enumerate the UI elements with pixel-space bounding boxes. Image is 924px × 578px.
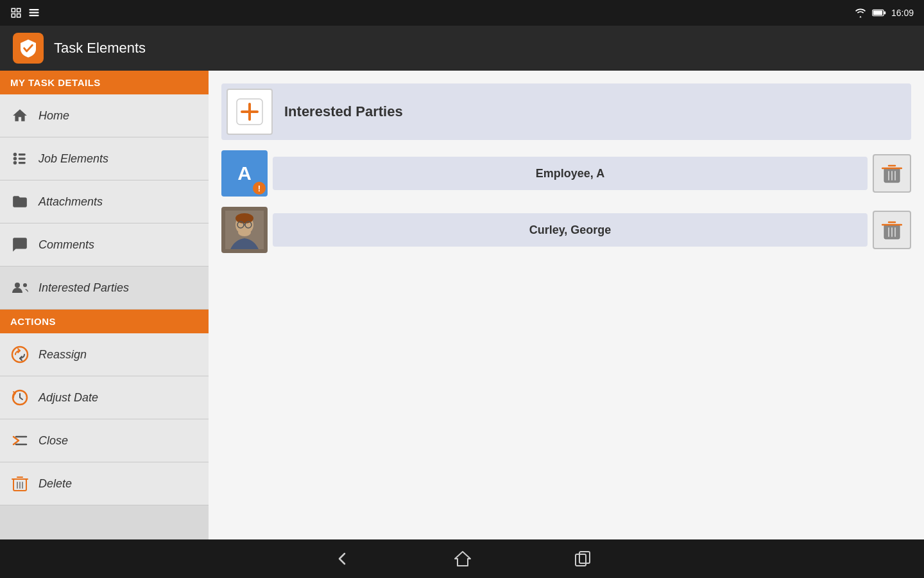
svg-point-10 [13, 153, 17, 156]
sidebar-item-job-elements[interactable]: Job Elements [0, 137, 209, 180]
svg-point-37 [235, 213, 253, 223]
svg-point-16 [15, 283, 20, 288]
svg-rect-15 [19, 162, 26, 164]
svg-rect-13 [19, 153, 26, 155]
sidebar-item-attachments[interactable]: Attachments [0, 180, 209, 223]
screenshot-icon [10, 7, 22, 19]
content-area: Interested Parties A ! Employee, A [209, 71, 924, 539]
sidebar-item-attachments-label: Attachments [38, 195, 103, 209]
sidebar-item-interested-parties[interactable]: Interested Parties [0, 267, 209, 310]
status-bar-right: 16:09 [854, 8, 914, 18]
sidebar-item-close-label: Close [38, 434, 68, 448]
app-logo-icon [18, 38, 38, 58]
status-bar-left [10, 7, 40, 19]
svg-rect-4 [30, 9, 39, 10]
svg-point-18 [12, 347, 28, 362]
svg-point-11 [13, 157, 17, 160]
party-row-2: Curley, George [221, 207, 911, 253]
sidebar-item-adjust-date-label: Adjust Date [38, 391, 98, 405]
svg-rect-3 [17, 14, 21, 17]
sidebar-item-home-label: Home [38, 109, 69, 123]
sidebar-item-close[interactable]: Close [0, 419, 209, 462]
party-name-2: Curley, George [529, 223, 612, 237]
avatar-badge-1: ! [253, 182, 266, 195]
sidebar-item-delete-label: Delete [38, 477, 72, 491]
adjust-date-icon [10, 388, 30, 407]
attachments-icon [10, 192, 30, 211]
sidebar-item-comments[interactable]: Comments [0, 223, 209, 267]
svg-point-17 [23, 283, 27, 287]
party-name-bar-1[interactable]: Employee, A [273, 157, 868, 190]
home-nav-icon [454, 550, 472, 568]
status-bar: 16:09 [0, 0, 924, 26]
sidebar-item-home[interactable]: Home [0, 94, 209, 137]
svg-rect-48 [576, 554, 586, 566]
svg-rect-1 [17, 8, 21, 12]
party-name-bar-2[interactable]: Curley, George [273, 213, 868, 247]
sidebar-item-comments-label: Comments [38, 238, 94, 252]
main-layout: MY TASK DETAILS Home [0, 71, 924, 539]
bottom-nav [0, 539, 924, 578]
svg-rect-9 [873, 10, 882, 15]
party-avatar-1: A ! [221, 150, 268, 197]
svg-rect-14 [19, 157, 26, 159]
recents-icon [574, 550, 591, 567]
sidebar-item-reassign[interactable]: Reassign [0, 333, 209, 376]
svg-rect-2 [12, 14, 15, 17]
party-delete-btn-2[interactable] [873, 211, 911, 249]
svg-rect-5 [30, 12, 39, 13]
wifi-icon [854, 8, 867, 18]
interested-parties-header-row: Interested Parties [221, 83, 911, 140]
svg-point-38 [238, 229, 251, 236]
svg-rect-49 [579, 552, 590, 563]
sidebar: MY TASK DETAILS Home [0, 71, 209, 539]
section-title: Interested Parties [278, 103, 403, 120]
party-name-1: Employee, A [536, 167, 604, 180]
recents-button[interactable] [574, 550, 591, 567]
party-delete-btn-1[interactable] [873, 154, 911, 193]
delete-icon [10, 474, 30, 493]
home-button[interactable] [454, 550, 472, 568]
sidebar-item-job-elements-label: Job Elements [38, 152, 108, 166]
reassign-icon [10, 345, 30, 364]
back-button[interactable] [333, 550, 351, 568]
grid-icon [28, 7, 40, 19]
svg-marker-47 [455, 552, 470, 566]
avatar-letter-1: A [237, 162, 252, 184]
trash-icon-1 [882, 162, 902, 184]
sidebar-item-adjust-date[interactable]: Adjust Date [0, 376, 209, 419]
app-logo [13, 33, 44, 64]
sidebar-item-delete[interactable]: Delete [0, 462, 209, 505]
app-bar: Task Elements [0, 26, 924, 71]
app-title: Task Elements [54, 40, 146, 57]
trash-icon-2 [882, 219, 902, 241]
battery-icon [872, 8, 886, 17]
svg-rect-8 [884, 12, 886, 15]
party-avatar-2 [221, 207, 268, 253]
job-elements-icon [10, 149, 30, 168]
interested-parties-icon [10, 278, 30, 297]
party-row-1: A ! Employee, A [221, 150, 911, 197]
add-icon [235, 98, 264, 126]
svg-rect-0 [12, 8, 15, 12]
sidebar-item-reassign-label: Reassign [38, 348, 87, 362]
comments-icon [10, 235, 30, 254]
home-icon [10, 106, 30, 125]
status-time: 16:09 [891, 8, 914, 18]
close-action-icon [10, 431, 30, 450]
add-party-button[interactable] [227, 89, 273, 135]
back-icon [333, 550, 351, 568]
sidebar-item-interested-parties-label: Interested Parties [38, 281, 129, 295]
svg-point-12 [13, 161, 17, 164]
svg-rect-6 [30, 15, 39, 16]
my-task-details-header: MY TASK DETAILS [0, 71, 209, 94]
actions-header: ACTIONS [0, 310, 209, 333]
george-avatar-svg [225, 211, 264, 249]
